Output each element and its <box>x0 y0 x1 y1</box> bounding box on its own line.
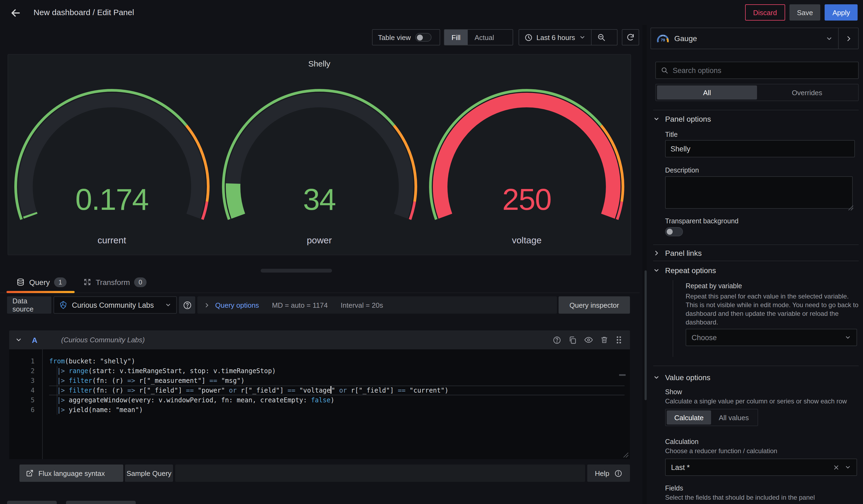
panel-title-input[interactable] <box>665 140 855 158</box>
refresh-icon <box>626 33 635 42</box>
fields-label: Fields <box>665 484 683 492</box>
pane-splitter[interactable] <box>642 25 647 504</box>
add-expression-button-partial[interactable] <box>66 501 136 504</box>
section-indent-line <box>673 280 673 357</box>
table-view-toggle[interactable] <box>415 33 431 42</box>
time-range-label: Last 6 hours <box>536 33 575 41</box>
filter-overrides[interactable]: Overrides <box>757 86 857 100</box>
datasource-help-button[interactable] <box>179 297 195 314</box>
line-number: 1 <box>9 356 35 366</box>
tab-query[interactable]: Query 1 <box>16 273 66 291</box>
editor-resize-corner[interactable] <box>624 453 628 457</box>
panel-options-header[interactable]: Panel options <box>653 115 711 123</box>
transparent-bg-toggle[interactable] <box>665 227 683 236</box>
code-lines: 1from(bucket: "shelly")2 |> range(start:… <box>9 356 630 415</box>
tab-transform-label: Transform <box>96 278 130 286</box>
breadcrumb: New dashboard / Edit Panel <box>34 8 134 17</box>
zoom-out-button[interactable] <box>591 30 611 45</box>
time-range-picker[interactable]: Last 6 hours <box>519 30 591 45</box>
grafana-edit-panel: New dashboard / Edit Panel Discard Save … <box>0 0 863 504</box>
duplicate-query-button[interactable] <box>568 336 577 344</box>
tab-transform[interactable]: Transform 0 <box>83 273 147 291</box>
calculate-option[interactable]: Calculate <box>667 411 711 425</box>
chevron-down-icon <box>15 336 22 343</box>
apply-button[interactable]: Apply <box>825 4 858 21</box>
header-actions: Discard Save Apply <box>745 4 858 21</box>
query-inspector-button[interactable]: Query inspector <box>559 297 630 314</box>
gauges: 0.174current34power250voltage <box>8 89 630 251</box>
gauge-value-voltage: 250 <box>423 182 630 217</box>
code-line-4[interactable]: 4 |> filter(fn: (r) => r["_field"] == "p… <box>9 386 630 395</box>
chevron-right-icon <box>653 250 660 256</box>
collapse-options-button[interactable] <box>839 28 858 49</box>
divider <box>653 366 859 366</box>
options-search-input[interactable] <box>673 66 853 74</box>
options-search[interactable] <box>655 62 859 79</box>
divider <box>653 244 859 245</box>
show-label: Show <box>665 388 682 396</box>
top-bar: New dashboard / Edit Panel Discard Save … <box>0 0 863 25</box>
clear-icon[interactable] <box>833 464 839 470</box>
line-number: 6 <box>9 405 35 415</box>
drag-handle-icon[interactable] <box>615 335 622 344</box>
interval: Interval = 20s <box>341 301 383 309</box>
chevron-right-icon <box>845 35 852 42</box>
chevron-down-icon <box>845 464 851 470</box>
fill-option[interactable]: Fill <box>445 30 467 45</box>
query-options-bar: Query options MD = auto = 1174 Interval … <box>197 297 557 314</box>
code-line-1[interactable]: 1from(bucket: "shelly") <box>9 356 630 366</box>
time-range-group: Last 6 hours <box>518 29 617 46</box>
query-help-button[interactable] <box>553 336 561 344</box>
query-datasource: (Curious Community Labs) <box>61 336 145 344</box>
delete-query-button[interactable] <box>600 336 608 344</box>
actual-option[interactable]: Actual <box>467 30 501 45</box>
repeat-options-title: Repeat options <box>665 266 716 275</box>
line-number: 3 <box>9 376 35 386</box>
code-line-5[interactable]: 5 |> aggregateWindow(every: v.windowPeri… <box>9 395 630 405</box>
repeat-options-header[interactable]: Repeat options <box>653 266 716 275</box>
panel-resize-handle[interactable] <box>261 269 332 273</box>
textarea-resize-corner[interactable] <box>848 205 853 210</box>
svg-text:79: 79 <box>661 38 665 42</box>
code-line-3[interactable]: 3 |> filter(fn: (r) => r["_measurement"]… <box>9 376 630 386</box>
back-button[interactable] <box>9 6 23 20</box>
divider <box>653 110 859 110</box>
flux-syntax-label: Flux language syntax <box>38 469 105 477</box>
options-scrollbar-thumb[interactable] <box>645 270 647 400</box>
description-textarea[interactable] <box>665 176 853 209</box>
calculation-select[interactable]: Last * <box>665 458 857 476</box>
trash-icon <box>600 336 608 344</box>
code-line-6[interactable]: 6 |> yield(name: "mean") <box>9 405 630 415</box>
value-options-header[interactable]: Value options <box>653 373 711 382</box>
options-sidebar: 79 Gauge All Overrides Panel options Tit… <box>647 25 863 504</box>
line-number: 5 <box>9 395 35 405</box>
panel-links-header[interactable]: Panel links <box>653 249 702 257</box>
line-content: |> yield(name: "mean") <box>49 405 625 415</box>
sample-query-button[interactable]: Sample Query <box>125 465 173 482</box>
toggle-visibility-button[interactable] <box>584 335 593 344</box>
filter-all[interactable]: All <box>657 86 757 100</box>
discard-button[interactable]: Discard <box>745 4 785 21</box>
query-card-header[interactable]: A (Curious Community Labs) <box>9 330 630 349</box>
gauge-viz-icon: 79 <box>656 34 670 43</box>
query-options-link[interactable]: Query options <box>215 301 259 309</box>
fill-actual-segmented: Fill Actual <box>444 29 513 46</box>
repeat-variable-select[interactable]: Choose <box>686 329 857 346</box>
add-query-button-partial[interactable] <box>7 501 57 504</box>
info-circle-icon <box>614 469 622 477</box>
line-content: from(bucket: "shelly") <box>49 356 625 366</box>
all-values-option[interactable]: All values <box>711 411 756 425</box>
code-line-2[interactable]: 2 |> range(start: v.timeRangeStart, stop… <box>9 366 630 376</box>
help-button[interactable]: Help <box>587 465 630 482</box>
repeat-variable-value: Choose <box>691 333 845 341</box>
save-button[interactable]: Save <box>789 4 821 21</box>
repeat-by-variable-label: Repeat by variable <box>686 282 742 290</box>
flux-syntax-button[interactable]: Flux language syntax <box>20 465 123 482</box>
flux-code-editor[interactable]: 1from(bucket: "shelly")2 |> range(start:… <box>9 349 630 459</box>
database-icon <box>16 278 25 286</box>
datasource-picker[interactable]: Curious Community Labs <box>53 297 177 314</box>
refresh-button[interactable] <box>622 29 639 46</box>
help-label: Help <box>595 469 609 477</box>
visualization-picker[interactable]: 79 Gauge <box>650 28 859 49</box>
gauge-voltage: 250voltage <box>423 89 630 251</box>
